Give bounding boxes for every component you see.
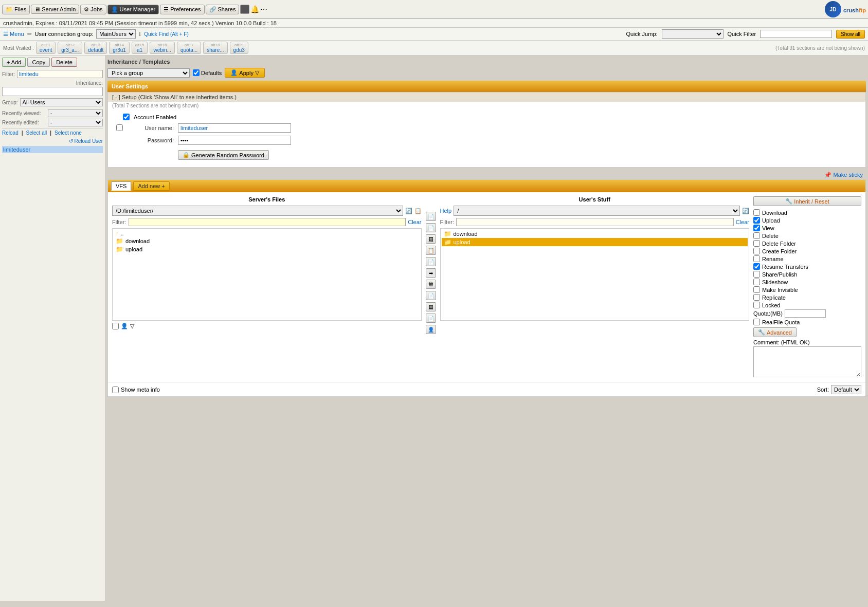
vfs-arrow-right-icon[interactable]: ➡ [426,268,436,278]
username-input[interactable] [178,123,291,133]
select-all-link[interactable]: Select all [26,130,47,136]
add-new-button[interactable]: Add new + [133,181,169,191]
mv-event[interactable]: alt+1 event [36,42,56,54]
mv-webin[interactable]: alt+6 webin... [150,42,174,54]
select-none-link[interactable]: Select none [55,130,82,136]
perm-resume-checkbox[interactable] [753,263,760,270]
mv-gdu3[interactable]: alt+9 gdu3 [230,42,248,54]
user-clear-link[interactable]: Clear [736,219,749,225]
vfs-copy2-icon[interactable]: 📋 [426,246,436,255]
reload-link[interactable]: Reload [2,130,19,136]
tree-dotdot[interactable]: ↑ .. [114,230,420,237]
mv-default[interactable]: alt+3 default [84,42,107,54]
user-tree-upload[interactable]: 📁 upload [442,238,748,246]
vfs-copy-icon[interactable]: 📄 [426,223,436,232]
perm-invisible-checkbox[interactable] [753,286,760,293]
apply-button[interactable]: 👤 Apply ▽ [225,68,265,78]
mv-quota[interactable]: alt+7 quota... [177,42,201,54]
menu-label[interactable]: ☰ Menu [3,31,24,38]
nav-user-manager[interactable]: 👤 User Manager [107,5,159,14]
quota-input[interactable] [785,309,826,318]
browse-icon[interactable]: 📋 [414,208,422,214]
quickfind-link[interactable]: Quick Find (Alt + F) [144,31,188,37]
show-all-button[interactable]: Show all [836,30,865,39]
perm-share-checkbox[interactable] [753,271,760,278]
perm-rename-checkbox[interactable] [753,255,760,262]
mv-gr3a[interactable]: alt+2 gr3_a... [58,42,82,54]
inherit-reset-button[interactable]: 🔧 Inherit / Reset [753,196,861,206]
vfs-add-user-icon[interactable]: 👤 [426,325,436,334]
nav-files[interactable]: 📁 Files [2,5,30,14]
vfs-user2-icon[interactable]: 📄 [426,291,436,300]
quick-filter-input[interactable] [760,30,832,38]
menu-dots-icon[interactable]: ⋯ [260,5,267,13]
nav-jobs[interactable]: ⚙ Jobs [80,5,106,14]
server-clear-link[interactable]: Clear [408,219,421,225]
filter-input[interactable] [17,70,103,78]
tree-upload[interactable]: 📁 upload [114,245,420,253]
realfile-quota-label: RealFile Quota [762,319,861,325]
user-filter-input[interactable] [456,218,734,226]
comment-textarea[interactable] [753,346,861,377]
nav-server-admin[interactable]: 🖥 Server Admin [31,5,79,14]
vfs-paste-icon[interactable]: 📄 [426,257,436,266]
defaults-checkbox[interactable] [193,69,200,76]
refresh-icon[interactable]: 🔄 [405,208,412,214]
inheritance-input[interactable] [2,87,103,96]
bell-icon[interactable]: 🔔 [250,5,259,13]
make-sticky-link[interactable]: 📌 Make sticky [824,172,863,178]
mv-share[interactable]: alt+8 share... [203,42,227,54]
realfile-quota-checkbox[interactable] [753,319,760,325]
user-path-select[interactable]: / [454,206,740,216]
account-enabled-checkbox[interactable] [123,114,130,120]
copy-button[interactable]: Copy [27,58,50,67]
perm-view-checkbox[interactable] [753,225,760,231]
tree-download[interactable]: 📁 download [114,237,420,245]
perm-create-folder-checkbox[interactable] [753,248,760,254]
perm-slideshow-checkbox[interactable] [753,279,760,285]
mv-gr3u1[interactable]: alt+4 gr3u1 [109,42,130,54]
vfs-delete-icon[interactable]: 🖼 [426,302,436,311]
vfs-tab[interactable]: VFS [111,181,131,191]
reload-user-link[interactable]: ↺ Reload User [69,138,103,144]
setup-header[interactable]: [ - ] Setup (Click 'Show All' to see inh… [108,93,865,102]
username-row-checkbox[interactable] [116,124,123,131]
vfs-settings-icon[interactable]: 📄 [426,314,436,323]
server-path-select[interactable]: /D:/limiteduser/ [112,206,403,216]
generate-password-button[interactable]: 🔒 Generate Random Password [178,150,269,160]
recently-edited-select[interactable]: - [48,119,103,126]
recently-viewed-select[interactable]: - [48,109,103,117]
quick-jump-select[interactable] [662,29,724,39]
connection-group-select[interactable]: MainUsers [96,29,136,39]
perm-upload-checkbox[interactable] [753,217,760,224]
server-filter-input[interactable] [129,218,406,226]
delete-button[interactable]: Delete [51,58,77,67]
nav-shares[interactable]: 🔗 Shares [206,5,240,14]
vfs-add-icon[interactable]: 📄 [426,212,436,221]
perm-view: View [753,225,861,231]
icon-black-square[interactable] [240,5,249,14]
user-refresh-icon[interactable]: 🔄 [742,208,749,214]
add-button[interactable]: + Add [2,58,26,67]
nav-preferences[interactable]: ☰ Preferences [160,5,204,14]
perm-replicate-checkbox[interactable] [753,294,760,301]
sort-select[interactable]: Default [831,385,861,394]
mv-a1[interactable]: alt+5 a1 [132,42,148,54]
user-tree-download[interactable]: 📁 download [442,230,748,238]
user-list-item-limiteduser[interactable]: limiteduser [2,146,103,153]
user-icon-small[interactable]: 👤 [121,323,128,329]
group-select[interactable]: All Users [20,98,103,106]
vfs-move-up-icon[interactable]: 🖼 [426,234,436,244]
advanced-button[interactable]: 🔧 Advanced [753,327,797,337]
perm-download-checkbox[interactable] [753,209,760,216]
perm-delete-checkbox[interactable] [753,232,760,239]
perm-locked-checkbox[interactable] [753,302,760,308]
perm-delete-folder-checkbox[interactable] [753,240,760,247]
nav-files-label: Files [14,6,26,12]
dropdown-small-icon[interactable]: ▽ [130,323,134,329]
server-check[interactable] [112,323,119,329]
pick-group-select[interactable]: Pick a group [107,68,190,78]
vfs-file-icon[interactable]: 🏛 [426,280,436,289]
show-meta-checkbox[interactable] [112,387,119,393]
password-input[interactable] [178,136,291,145]
